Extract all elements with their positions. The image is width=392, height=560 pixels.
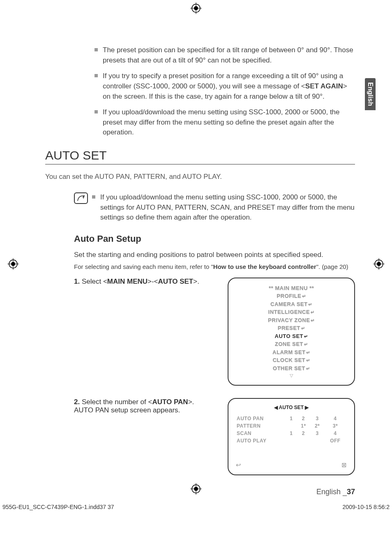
- bullet-icon: [95, 48, 98, 51]
- table-cell: OFF: [325, 437, 346, 444]
- menu-item: CAMERA SET: [236, 300, 347, 308]
- table-cell: [311, 437, 324, 444]
- bullet-text: If you upload/download the menu setting …: [103, 107, 355, 138]
- print-registration-icon: [190, 2, 202, 16]
- bullet-text: If you try to specify a preset position …: [103, 71, 355, 102]
- back-icon: ↩: [236, 461, 241, 469]
- menu-item: INTELLIGENCE: [236, 308, 347, 316]
- menu-item: AUTO SET: [236, 332, 347, 340]
- table-cell: [286, 423, 296, 429]
- sub-heading-auto-pan-setup: Auto Pan Setup: [74, 234, 355, 244]
- menu-item: PROFILE: [236, 292, 347, 300]
- table-row: AUTO PLAYOFF: [237, 437, 346, 444]
- menu-item: ALARM SET: [236, 348, 347, 356]
- table-row: AUTO PAN1234: [237, 415, 346, 422]
- note-icon: [74, 192, 88, 204]
- bullet-icon: [95, 110, 98, 113]
- bullet-icon: [95, 74, 98, 77]
- print-metadata-footer: 955G-EU1_SCC-C7439P-ENG-1.indd37 37 2009…: [0, 504, 392, 510]
- sub-small-text: For selecting and saving each menu item,…: [74, 263, 355, 270]
- table-row: PATTERN1*2*3*: [237, 423, 346, 429]
- bullet-item: The preset position can be specified for…: [95, 45, 355, 65]
- table-cell: [286, 437, 296, 444]
- table-cell: [297, 437, 310, 444]
- table-cell: SCAN: [237, 430, 286, 437]
- table-cell: 4: [325, 430, 346, 437]
- menu-item: CLOCK SET: [236, 356, 347, 364]
- bullet-item: If you try to specify a preset position …: [95, 71, 355, 102]
- close-icon: ⊠: [341, 461, 347, 469]
- step-2-text: 2. Select the number of <AUTO PAN>. AUTO…: [74, 398, 222, 414]
- table-row: SCAN1234: [237, 430, 346, 437]
- auto-set-header: ◀ AUTO SET ▶: [236, 405, 347, 410]
- table-cell: 1: [286, 415, 296, 422]
- print-registration-icon: [190, 483, 202, 496]
- table-cell: 3*: [325, 423, 346, 429]
- menu-title: ** MAIN MENU **: [236, 284, 347, 292]
- main-menu-screen: ** MAIN MENU ** PROFILECAMERA SETINTELLI…: [228, 278, 355, 386]
- language-tab: English: [365, 78, 376, 110]
- table-cell: 2: [297, 415, 310, 422]
- step-1-text: 1. Select <MAIN MENU>-<AUTO SET>.: [74, 278, 222, 286]
- menu-item: PRESET: [236, 324, 347, 332]
- menu-item: ZONE SET: [236, 340, 347, 348]
- print-registration-icon: [373, 258, 385, 271]
- bullet-text: The preset position can be specified for…: [103, 45, 355, 65]
- print-registration-icon: [7, 258, 19, 271]
- table-cell: 1: [286, 430, 296, 437]
- down-triangle-icon: ▽: [236, 372, 347, 379]
- table-cell: 4: [325, 415, 346, 422]
- table-cell: 1*: [297, 423, 310, 429]
- menu-item: OTHER SET: [236, 364, 347, 373]
- table-cell: 3: [311, 415, 324, 422]
- table-cell: 3: [311, 430, 324, 437]
- table-cell: PATTERN: [237, 423, 286, 429]
- table-cell: AUTO PAN: [237, 415, 286, 422]
- print-timestamp: 2009-10-15 8:56:2: [343, 504, 390, 510]
- print-filename: 955G-EU1_SCC-C7439P-ENG-1.indd37 37: [2, 504, 114, 510]
- menu-item: PRIVACY ZONE: [236, 316, 347, 324]
- auto-set-screen: ◀ AUTO SET ▶ AUTO PAN1234PATTERN1*2*3*SC…: [228, 398, 355, 475]
- intro-text: You can set the AUTO PAN, PATTERN, and A…: [45, 173, 355, 181]
- page-footer: English _37: [95, 488, 355, 496]
- table-cell: 2*: [311, 423, 324, 429]
- table-cell: AUTO PLAY: [237, 437, 286, 444]
- bullet-icon: [92, 195, 95, 199]
- note-text: If you upload/download the menu setting …: [100, 192, 355, 223]
- sub-body-text: Set the starting and ending positions to…: [74, 250, 355, 260]
- bullet-item: If you upload/download the menu setting …: [95, 107, 355, 138]
- section-heading-auto-set: AUTO SET: [45, 148, 355, 164]
- table-cell: 2: [297, 430, 310, 437]
